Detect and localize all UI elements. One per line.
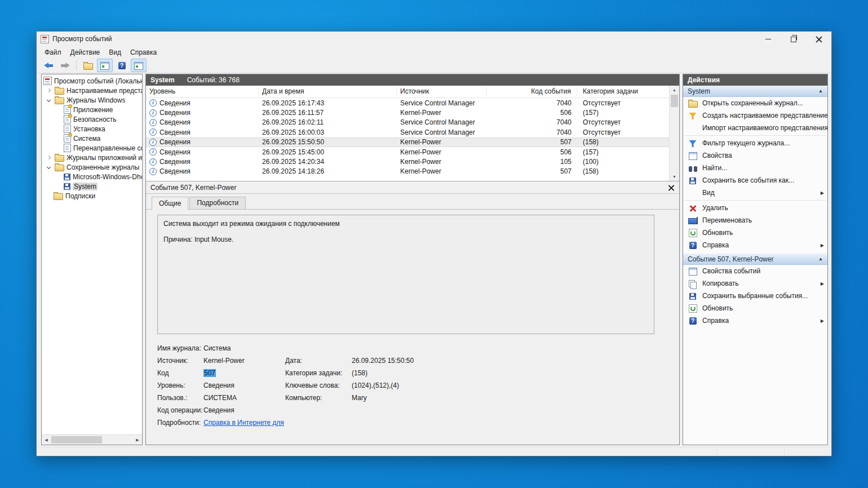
action-import-custom-view[interactable]: Импорт настраиваемого представления (683, 122, 827, 134)
scroll-right-icon[interactable]: ▶ (133, 438, 142, 442)
submenu-arrow-icon: ▶ (821, 243, 827, 248)
event-row[interactable]: Сведения 26.09.2025 16:17:43 Service Con… (146, 98, 679, 108)
minimize-button[interactable] (755, 32, 781, 46)
close-icon (816, 36, 822, 42)
tree-item-windows-logs[interactable]: Журналы Windows (42, 95, 142, 105)
expand-icon[interactable] (45, 156, 52, 159)
tree-item-setup[interactable]: Установка (42, 124, 142, 134)
rename-icon (688, 218, 697, 224)
tree-item-saved-logs[interactable]: Сохраненные журналы (42, 162, 142, 172)
back-button[interactable] (41, 59, 56, 72)
tree-item-app-service-logs[interactable]: Журналы приложений и слу (42, 153, 142, 162)
column-task-category[interactable]: Категория задачи (577, 87, 679, 96)
action-properties[interactable]: Свойства (683, 149, 827, 162)
menubar: Файл Действие Вид Справка (37, 46, 831, 58)
submenu-arrow-icon: ▶ (821, 190, 827, 196)
action-open-saved-log[interactable]: Открыть сохраненный журнал... (683, 97, 827, 109)
menu-view[interactable]: Вид (104, 47, 126, 57)
field-label: Источник: (157, 357, 203, 365)
actions-section-event-header[interactable]: Событие 507, Kernel-Power ▲ (683, 254, 827, 265)
field-value: 26.09.2025 15:50:50 (352, 357, 654, 365)
tree-item-dhcp-log[interactable]: Microsoft-Windows-Dhcp (42, 172, 142, 181)
filter-icon (689, 113, 697, 119)
help-icon (689, 317, 697, 325)
restore-button[interactable] (781, 32, 806, 46)
tree-item-custom-views[interactable]: Настраиваемые представлен (42, 86, 142, 95)
tree-item-system[interactable]: Система (42, 134, 142, 143)
collapse-section-icon[interactable]: ▲ (818, 256, 823, 261)
field-label: Уровень: (157, 381, 203, 389)
column-source[interactable]: Источник (397, 87, 487, 96)
action-refresh[interactable]: Обновить (683, 227, 827, 239)
tree-item-root[interactable]: Просмотр событий (Локальный (42, 76, 142, 86)
tree-item-system-saved-log[interactable]: System (42, 181, 142, 191)
log-icon (64, 134, 71, 143)
event-row[interactable]: Сведения 26.09.2025 15:45:00 Kernel-Powe… (146, 147, 679, 157)
action-create-custom-view[interactable]: Создать настраиваемое представление... (683, 109, 827, 122)
event-row[interactable]: Сведения 26.09.2025 14:18:26 Kernel-Powe… (146, 167, 679, 176)
action-rename[interactable]: Переименовать (683, 214, 827, 227)
tree-horizontal-scrollbar[interactable]: ◀ ▶ (42, 434, 142, 445)
menu-action[interactable]: Действие (66, 47, 105, 57)
detail-close-icon[interactable] (668, 184, 675, 191)
action-save-all-events[interactable]: Сохранить все события как... (683, 174, 827, 187)
info-icon (149, 148, 157, 156)
tab-general[interactable]: Общие (152, 197, 188, 210)
action-view[interactable]: Вид▶ (683, 187, 827, 199)
event-row[interactable]: Сведения 26.09.2025 16:02:11 Service Con… (146, 118, 679, 127)
collapse-icon[interactable] (45, 166, 52, 168)
actions-section-system-header[interactable]: System ▲ (683, 86, 827, 97)
event-fields: Имя журнала: Система Источник: Kernel-Po… (157, 342, 654, 429)
action-help-event[interactable]: Справка▶ (683, 314, 827, 327)
online-help-link[interactable]: Справка в Интернете для (203, 419, 284, 427)
content-area: Просмотр событий (Локальный Настраиваемы… (37, 73, 831, 447)
column-event-code[interactable]: Код события (487, 87, 577, 96)
tree-item-application[interactable]: Приложение (42, 105, 142, 114)
tree-item-subscriptions[interactable]: Подписки (42, 191, 142, 201)
action-refresh-event[interactable]: Обновить (683, 302, 827, 314)
event-row-selected[interactable]: Сведения 26.09.2025 15:50:50 Kernel-Powe… (146, 137, 679, 147)
forward-arrow-icon (60, 63, 70, 69)
menu-help[interactable]: Справка (126, 47, 161, 57)
action-event-properties[interactable]: Свойства событий (683, 265, 827, 277)
action-help[interactable]: Справка▶ (683, 239, 827, 251)
collapse-section-icon[interactable]: ▲ (818, 88, 823, 94)
event-row[interactable]: Сведения 26.09.2025 16:00:03 Service Con… (146, 127, 679, 137)
actions-header: Действия (683, 74, 827, 86)
help-toolbar-button[interactable] (114, 59, 129, 72)
properties-icon (689, 152, 697, 160)
scroll-down-icon[interactable]: ▼ (670, 172, 679, 181)
expand-icon[interactable] (45, 89, 52, 92)
collapse-icon[interactable] (45, 99, 52, 101)
event-row[interactable]: Сведения 26.09.2025 16:11:57 Kernel-Powe… (146, 108, 679, 117)
column-datetime[interactable]: Дата и время (259, 87, 397, 96)
action-find[interactable]: Найти... (683, 162, 827, 174)
tab-details[interactable]: Подробности (189, 197, 246, 210)
forward-button[interactable] (57, 59, 72, 72)
action-save-selected-events[interactable]: Сохранить выбранные события... (683, 290, 827, 302)
action-delete[interactable]: Удалить (683, 202, 827, 214)
list-vertical-scrollbar[interactable]: ▲ ▼ (669, 86, 679, 181)
event-list: Уровень Дата и время Источник Код событи… (146, 86, 679, 181)
log-icon (64, 115, 71, 123)
toggle-action-pane-button[interactable] (131, 59, 147, 72)
action-filter-current-log[interactable]: Фильтр текущего журнала... (683, 137, 827, 149)
open-saved-log-button[interactable] (81, 59, 95, 72)
event-message-box[interactable]: Система выходит из режима ожидания с под… (157, 215, 654, 334)
info-icon (149, 99, 157, 107)
tree-item-forwarded-events[interactable]: Перенаправленные собы (42, 143, 142, 153)
console-tree: Просмотр событий (Локальный Настраиваемы… (42, 74, 142, 434)
toggle-console-tree-button[interactable] (97, 59, 113, 72)
folder-icon (54, 193, 63, 200)
scroll-up-icon[interactable]: ▲ (670, 86, 679, 94)
scrollbar-thumb[interactable] (51, 436, 102, 443)
scroll-left-icon[interactable]: ◀ (42, 438, 51, 442)
action-copy[interactable]: Копировать▶ (683, 277, 827, 290)
column-level[interactable]: Уровень (146, 87, 259, 96)
log-header-bar: System Событий: 36 768 (146, 74, 679, 86)
close-button[interactable] (806, 32, 831, 46)
scrollbar-thumb[interactable] (671, 95, 678, 107)
event-row[interactable]: Сведения 26.09.2025 14:20:34 Kernel-Powe… (146, 157, 679, 166)
tree-item-security[interactable]: Безопасность (42, 114, 142, 124)
menu-file[interactable]: Файл (40, 47, 66, 57)
